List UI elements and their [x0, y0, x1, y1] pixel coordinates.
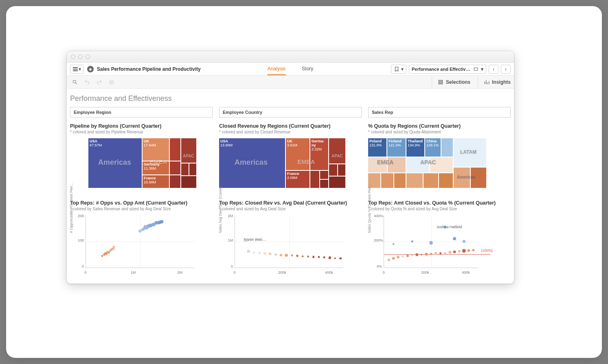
cell-latam-1[interactable] — [454, 138, 486, 167]
cell-apac-4[interactable] — [329, 177, 345, 188]
data-point[interactable] — [472, 249, 474, 251]
cell-apac-1[interactable] — [181, 138, 196, 163]
filter-sales-rep[interactable]: Sales Rep — [368, 107, 511, 118]
data-point[interactable] — [397, 256, 399, 259]
data-point[interactable] — [387, 258, 390, 261]
treemap-closed[interactable]: USA 13.89M UK 3.61M Germa-ny 2.32M Fra — [219, 138, 345, 188]
data-point[interactable] — [247, 250, 250, 253]
data-point[interactable] — [258, 252, 261, 254]
cell-amer-1[interactable] — [454, 168, 470, 188]
data-point[interactable] — [444, 252, 446, 254]
cell-apac-s2[interactable] — [406, 157, 429, 172]
filter-employee-country[interactable]: Employee Country — [219, 107, 362, 118]
filter-employee-region[interactable]: Employee Region — [70, 107, 213, 118]
data-point[interactable] — [392, 257, 395, 260]
data-point[interactable] — [458, 250, 461, 253]
data-point[interactable] — [329, 256, 331, 259]
cell-amer-2[interactable] — [471, 168, 486, 188]
cell-apac-3[interactable] — [189, 163, 196, 175]
data-point[interactable] — [307, 256, 309, 258]
cell-uk[interactable]: UK 3.61M — [286, 138, 309, 170]
cell-usa[interactable]: USA 13.89M — [219, 138, 285, 188]
data-point[interactable] — [430, 253, 432, 255]
cell-emea-2[interactable] — [170, 161, 180, 174]
cell-emea-s2[interactable] — [388, 157, 406, 172]
data-point[interactable] — [253, 251, 255, 253]
cell-apac-2[interactable] — [181, 163, 189, 175]
data-point[interactable] — [296, 255, 299, 257]
data-point[interactable] — [291, 255, 293, 257]
data-point[interactable] — [113, 246, 115, 248]
tab-analysis[interactable]: Analysis — [268, 63, 286, 75]
plot-area[interactable] — [86, 215, 194, 268]
data-point[interactable] — [263, 252, 266, 255]
cell-france[interactable]: France 10.89M — [143, 175, 169, 188]
cell-emea-s4[interactable] — [381, 173, 393, 188]
cell-china[interactable]: China 129.1% — [425, 138, 441, 157]
tab-story[interactable]: Story — [302, 63, 313, 75]
treemap-quota[interactable]: Poland 131.8% Finland 121.0% — [368, 138, 486, 188]
panel-quota-treemap[interactable]: % Quota by Regions (Current Quarter) * c… — [368, 123, 511, 188]
step-back-button[interactable] — [82, 78, 92, 87]
cell-usa[interactable]: USA 67.57M — [88, 138, 142, 188]
cell-apac-4[interactable] — [181, 176, 196, 188]
plot-area[interactable]: (100%) Joshua Hatfield — [384, 215, 478, 268]
data-point[interactable] — [421, 254, 422, 255]
data-point[interactable] — [334, 257, 336, 259]
data-point[interactable] — [425, 253, 428, 256]
nav-menu-button[interactable]: ▾ — [70, 65, 84, 74]
data-point[interactable] — [453, 237, 456, 240]
data-point[interactable] — [462, 249, 465, 253]
next-sheet-button[interactable]: › — [501, 65, 511, 74]
data-point[interactable] — [160, 220, 164, 224]
cell-uk[interactable]: UK 17.64M — [143, 138, 169, 161]
panel-closed-scatter[interactable]: Top Reps: Closed Rev vs. Avg Deal (Curre… — [219, 200, 362, 276]
cell-emea-1[interactable] — [170, 138, 180, 161]
cell-apac-1[interactable] — [329, 138, 345, 163]
data-point[interactable] — [323, 257, 325, 259]
data-point[interactable] — [312, 256, 315, 258]
cell-emea-s1[interactable] — [368, 157, 387, 172]
cell-emea-s3[interactable] — [320, 180, 328, 188]
data-point[interactable] — [467, 249, 470, 252]
data-point[interactable] — [285, 254, 288, 257]
cell-apac-s4[interactable] — [406, 173, 423, 188]
traffic-light-max[interactable] — [86, 54, 90, 59]
cell-germany[interactable]: Germany 11.36M — [143, 161, 169, 174]
data-point[interactable] — [280, 254, 282, 256]
cell-emea-s1[interactable] — [310, 171, 319, 188]
insights-button[interactable]: Insights — [478, 76, 511, 89]
panel-opps-scatter[interactable]: Top Reps: # Opps vs. Opp Amt (Current Qu… — [70, 200, 213, 276]
data-point[interactable] — [448, 251, 451, 253]
cell-apac-2[interactable] — [329, 164, 337, 176]
data-point[interactable] — [429, 241, 433, 244]
data-point[interactable] — [406, 255, 409, 257]
cell-emea-3[interactable] — [170, 175, 180, 188]
smart-search-button[interactable] — [70, 78, 80, 87]
data-point[interactable] — [402, 255, 404, 257]
data-point[interactable] — [463, 240, 465, 242]
bookmarks-button[interactable]: ▾ — [391, 65, 406, 74]
data-point[interactable] — [411, 240, 413, 242]
cell-germany[interactable]: Germa-ny 2.32M — [310, 138, 328, 170]
panel-quota-scatter[interactable]: Top Reps: Amt Closed vs. Quota % (Curren… — [368, 200, 511, 276]
cell-emea-s2[interactable] — [320, 171, 328, 179]
step-forward-button[interactable] — [94, 78, 104, 87]
data-point[interactable] — [340, 257, 342, 260]
cell-apac-3[interactable] — [338, 164, 345, 176]
clear-selections-button[interactable] — [107, 78, 116, 87]
panel-pipeline-treemap[interactable]: Pipeline by Regions (Current Quarter) * … — [70, 123, 213, 188]
scatter-opps[interactable]: # Opportunities (Current Peri… 0 100 200… — [70, 215, 194, 276]
data-point[interactable] — [435, 252, 437, 255]
scatter-quota[interactable]: Sales Quota % (Current Peri… 0% 200% 400… — [368, 215, 478, 276]
traffic-light-close[interactable] — [71, 54, 75, 59]
data-point[interactable] — [411, 254, 413, 256]
data-point[interactable] — [453, 251, 456, 253]
cell-thailand[interactable]: Thailand 134.9% — [406, 138, 424, 157]
data-point[interactable] — [105, 253, 108, 255]
cell-poland[interactable]: Poland 131.8% — [368, 138, 386, 157]
plot-area[interactable]: Martin Web… — [235, 215, 343, 268]
sheet-picker[interactable]: Performance and Effectiven… ▾ — [409, 65, 486, 74]
cell-apac-s1[interactable] — [441, 138, 453, 157]
data-point[interactable] — [415, 253, 419, 257]
